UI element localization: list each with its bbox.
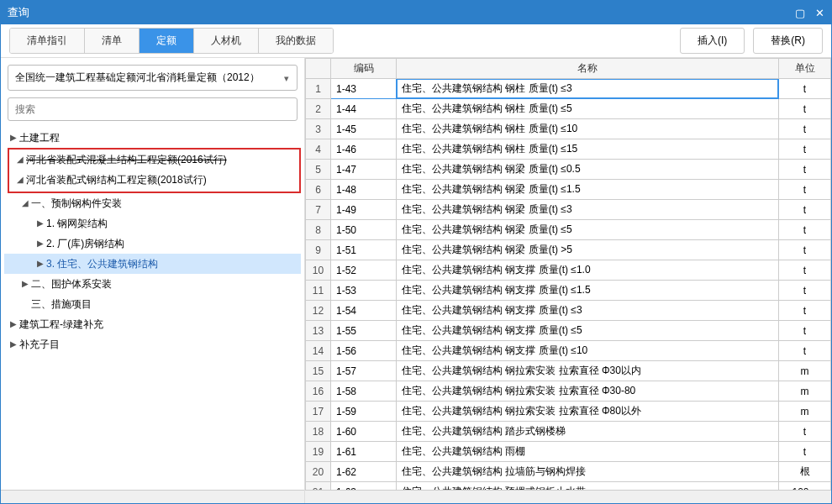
tree-toggle-icon[interactable]: ▶ [9,337,18,352]
tab-1[interactable]: 清单 [85,29,140,53]
cell-name[interactable]: 住宅、公共建筑钢结构 钢支撑 质量(t) ≤1.5 [397,281,779,301]
cell-name[interactable]: 住宅、公共建筑钢结构 钢柱 质量(t) ≤15 [397,139,779,160]
close-icon[interactable]: ✕ [815,7,824,19]
col-code[interactable]: 编码 [331,59,397,79]
tree-node-4[interactable]: ▶1. 钢网架结构 [4,213,301,234]
cell-name[interactable]: 住宅、公共建筑钢结构 预埋式钢板止水带 [397,482,779,491]
cell-name[interactable]: 住宅、公共建筑钢结构 钢梁 质量(t) ≤3 [397,200,779,220]
tree-node-2[interactable]: ◢河北省装配式钢结构工程定额(2018试行) [11,170,298,190]
cell-name[interactable]: 住宅、公共建筑钢结构 钢梁 质量(t) >5 [397,240,779,260]
tree-toggle-icon[interactable]: ▶ [21,276,29,291]
table-row[interactable]: 111-53住宅、公共建筑钢结构 钢支撑 质量(t) ≤1.5t [306,281,831,301]
cell-code[interactable]: 1-52 [331,260,397,281]
cell-name[interactable]: 住宅、公共建筑钢结构 钢拉索安装 拉索直径 Φ80以外 [397,402,779,422]
cell-name[interactable]: 住宅、公共建筑钢结构 钢拉索安装 拉索直径 Φ30-80 [397,381,779,402]
table-row[interactable]: 191-61住宅、公共建筑钢结构 雨棚t [306,442,831,462]
tree-node-9[interactable]: ▶建筑工程-绿建补充 [4,314,301,334]
cell-code[interactable]: 1-43 [331,79,397,99]
col-name[interactable]: 名称 [397,59,779,79]
left-scrollbar-x[interactable] [1,490,304,503]
cell-name[interactable]: 住宅、公共建筑钢结构 雨棚 [397,442,779,462]
tree-node-5[interactable]: ▶2. 厂(库)房钢结构 [4,234,301,254]
cell-name[interactable]: 住宅、公共建筑钢结构 钢柱 质量(t) ≤5 [397,99,779,119]
tree-node-10[interactable]: ▶补充子目 [4,334,301,354]
table-row[interactable]: 131-55住宅、公共建筑钢结构 钢支撑 质量(t) ≤5t [306,321,831,341]
cell-code[interactable]: 1-51 [331,240,397,260]
table-row[interactable]: 31-45住宅、公共建筑钢结构 钢柱 质量(t) ≤10t [306,119,831,139]
tree-toggle-icon[interactable]: ◢ [16,172,24,187]
cell-name[interactable]: 住宅、公共建筑钢结构 钢梁 质量(t) ≤0.5 [397,160,779,180]
col-unit[interactable]: 单位 [779,59,831,79]
tab-2[interactable]: 定额 [140,29,194,53]
cell-code[interactable]: 1-53 [331,281,397,301]
search-input[interactable] [8,97,298,121]
cell-code[interactable]: 1-61 [331,442,397,462]
table-row[interactable]: 161-58住宅、公共建筑钢结构 钢拉索安装 拉索直径 Φ30-80m [306,381,831,402]
cell-name[interactable]: 住宅、公共建筑钢结构 钢梁 质量(t) ≤5 [397,220,779,240]
tree-toggle-icon[interactable]: ▶ [36,236,45,251]
cell-code[interactable]: 1-56 [331,341,397,361]
tree-toggle-icon[interactable]: ▶ [36,216,45,231]
cell-code[interactable]: 1-57 [331,361,397,381]
table-row[interactable]: 81-50住宅、公共建筑钢结构 钢梁 质量(t) ≤5t [306,220,831,240]
replace-button[interactable]: 替换(R) [753,28,823,54]
table-row[interactable]: 181-60住宅、公共建筑钢结构 踏步式钢楼梯t [306,422,831,442]
table-scrollbar-x[interactable] [305,490,831,503]
tree-node-1[interactable]: ◢河北省装配式混凝土结构工程定额(2016试行) [11,150,298,170]
tree-toggle-icon[interactable]: ◢ [16,152,24,167]
cell-code[interactable]: 1-45 [331,119,397,139]
tree-node-3[interactable]: ◢一、预制钢构件安装 [4,193,301,213]
minimize-icon[interactable]: ▢ [795,7,805,19]
tree-node-8[interactable]: 三、措施项目 [4,294,301,314]
cell-code[interactable]: 1-46 [331,139,397,160]
table-row[interactable]: 101-52住宅、公共建筑钢结构 钢支撑 质量(t) ≤1.0t [306,260,831,281]
tree-toggle-icon[interactable]: ▶ [9,317,18,332]
cell-code[interactable]: 1-47 [331,160,397,180]
cell-name[interactable]: 住宅、公共建筑钢结构 钢柱 质量(t) ≤10 [397,119,779,139]
cell-name[interactable]: 住宅、公共建筑钢结构 钢拉索安装 拉索直径 Φ30以内 [397,361,779,381]
cell-name[interactable]: 住宅、公共建筑钢结构 钢支撑 质量(t) ≤3 [397,301,779,321]
items-table-wrap[interactable]: 编码 名称 单位 11-43住宅、公共建筑钢结构 钢柱 质量(t) ≤3t21-… [305,58,831,490]
tree-node-7[interactable]: ▶二、围护体系安装 [4,274,301,294]
tree-node-6[interactable]: ▶3. 住宅、公共建筑钢结构 [4,254,301,274]
cell-code[interactable]: 1-49 [331,200,397,220]
table-row[interactable]: 11-43住宅、公共建筑钢结构 钢柱 质量(t) ≤3t [306,79,831,99]
col-rownum[interactable] [306,59,331,79]
table-row[interactable]: 121-54住宅、公共建筑钢结构 钢支撑 质量(t) ≤3t [306,301,831,321]
insert-button[interactable]: 插入(I) [680,28,745,54]
norm-dropdown[interactable]: 全国统一建筑工程基础定额河北省消耗量定额（2012） [8,65,298,91]
tab-3[interactable]: 人材机 [194,29,259,53]
tree-node-0[interactable]: ▶土建工程 [4,128,301,148]
tree-toggle-icon[interactable]: ▶ [9,130,18,145]
table-row[interactable]: 201-62住宅、公共建筑钢结构 拉墙筋与钢构焊接根 [306,462,831,482]
cell-code[interactable]: 1-54 [331,301,397,321]
table-row[interactable]: 71-49住宅、公共建筑钢结构 钢梁 质量(t) ≤3t [306,200,831,220]
cell-code[interactable]: 1-60 [331,422,397,442]
cell-code[interactable]: 1-63 [331,482,397,491]
cell-code[interactable]: 1-44 [331,99,397,119]
cell-code[interactable]: 1-62 [331,462,397,482]
tree-toggle-icon[interactable]: ◢ [21,196,29,211]
table-row[interactable]: 141-56住宅、公共建筑钢结构 钢支撑 质量(t) ≤10t [306,341,831,361]
cell-code[interactable]: 1-59 [331,402,397,422]
table-row[interactable]: 91-51住宅、公共建筑钢结构 钢梁 质量(t) >5t [306,240,831,260]
table-row[interactable]: 51-47住宅、公共建筑钢结构 钢梁 质量(t) ≤0.5t [306,160,831,180]
cell-code[interactable]: 1-55 [331,321,397,341]
cell-code[interactable]: 1-48 [331,180,397,200]
table-row[interactable]: 41-46住宅、公共建筑钢结构 钢柱 质量(t) ≤15t [306,139,831,160]
cell-code[interactable]: 1-58 [331,381,397,402]
tab-0[interactable]: 清单指引 [10,29,85,53]
table-row[interactable]: 61-48住宅、公共建筑钢结构 钢梁 质量(t) ≤1.5t [306,180,831,200]
cell-code[interactable]: 1-50 [331,220,397,240]
cell-name[interactable]: 住宅、公共建筑钢结构 钢支撑 质量(t) ≤5 [397,321,779,341]
cell-name[interactable]: 住宅、公共建筑钢结构 拉墙筋与钢构焊接 [397,462,779,482]
table-row[interactable]: 171-59住宅、公共建筑钢结构 钢拉索安装 拉索直径 Φ80以外m [306,402,831,422]
table-row[interactable]: 151-57住宅、公共建筑钢结构 钢拉索安装 拉索直径 Φ30以内m [306,361,831,381]
table-row[interactable]: 21-44住宅、公共建筑钢结构 钢柱 质量(t) ≤5t [306,99,831,119]
cell-name[interactable]: 住宅、公共建筑钢结构 踏步式钢楼梯 [397,422,779,442]
cell-name[interactable]: 住宅、公共建筑钢结构 钢支撑 质量(t) ≤10 [397,341,779,361]
cell-name[interactable]: 住宅、公共建筑钢结构 钢支撑 质量(t) ≤1.0 [397,260,779,281]
tab-4[interactable]: 我的数据 [259,29,333,53]
cell-name[interactable]: 住宅、公共建筑钢结构 钢梁 质量(t) ≤1.5 [397,180,779,200]
table-row[interactable]: 211-63住宅、公共建筑钢结构 预埋式钢板止水带100m [306,482,831,491]
